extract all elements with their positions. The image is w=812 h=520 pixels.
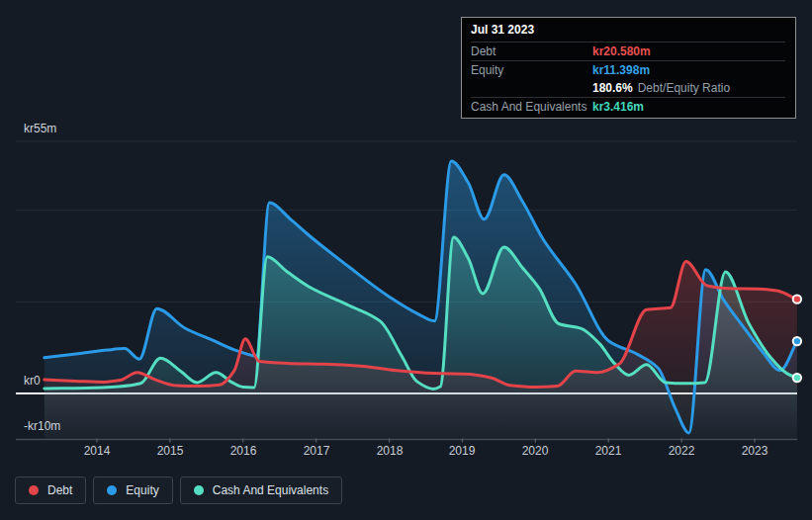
- x-axis-label-2023: 2023: [733, 444, 776, 458]
- tooltip-equity-value: kr11.398m: [592, 63, 650, 77]
- y-axis-label--10m: -kr10m: [24, 419, 60, 433]
- equity-dot-icon: [107, 485, 117, 495]
- tooltip-debt-value: kr20.580m: [592, 44, 651, 58]
- x-axis-label-2017: 2017: [295, 444, 338, 458]
- tooltip-date: Jul 31 2023: [471, 18, 785, 43]
- x-axis-label-2021: 2021: [586, 444, 630, 458]
- tooltip-row-cash: Cash And Equivalents kr3.416m: [471, 98, 785, 116]
- tooltip-row-debt: Debt kr20.580m: [471, 43, 785, 61]
- tooltip-cash-label: Cash And Equivalents: [471, 100, 592, 114]
- cash-and-equivalents-latest-point-dot[interactable]: [793, 374, 801, 382]
- chart-legend: Debt Equity Cash And Equivalents: [15, 477, 342, 504]
- legend-equity-label: Equity: [126, 483, 158, 497]
- debt-dot-icon: [29, 485, 39, 495]
- equity-latest-point-dot[interactable]: [793, 337, 801, 345]
- tooltip-equity-label: Equity: [471, 63, 592, 77]
- tooltip-row-ratio: 180.6% Debt/Equity Ratio: [471, 79, 785, 98]
- x-axis-label-2020: 2020: [513, 444, 557, 458]
- y-axis-label-0m: kr0: [24, 374, 41, 388]
- x-axis-label-2022: 2022: [660, 444, 703, 458]
- debt-latest-point-dot[interactable]: [793, 295, 801, 303]
- tooltip-ratio-value: 180.6%: [592, 81, 633, 95]
- x-axis-label-2015: 2015: [148, 444, 192, 458]
- tooltip-cash-value: kr3.416m: [592, 100, 644, 114]
- x-axis-label-2018: 2018: [368, 444, 411, 458]
- chart-tooltip: Jul 31 2023 Debt kr20.580m Equity kr11.3…: [461, 17, 796, 119]
- x-axis-label-2014: 2014: [75, 444, 119, 458]
- debt-equity-history-screen: kr55mkr0-kr10m20142015201620172018201920…: [0, 0, 812, 520]
- legend-debt-label: Debt: [47, 483, 72, 497]
- tooltip-row-equity: Equity kr11.398m: [471, 61, 785, 79]
- legend-cash-label: Cash And Equivalents: [213, 483, 328, 497]
- tooltip-debt-label: Debt: [471, 44, 592, 58]
- cash-dot-icon: [194, 485, 204, 495]
- y-axis-label-55m: kr55m: [24, 122, 56, 135]
- x-axis-label-2016: 2016: [222, 444, 265, 458]
- legend-chip-debt[interactable]: Debt: [15, 477, 86, 504]
- legend-chip-cash[interactable]: Cash And Equivalents: [180, 477, 342, 504]
- tooltip-ratio-label: Debt/Equity Ratio: [638, 81, 730, 95]
- x-axis-label-2019: 2019: [440, 444, 484, 458]
- legend-chip-equity[interactable]: Equity: [93, 477, 172, 504]
